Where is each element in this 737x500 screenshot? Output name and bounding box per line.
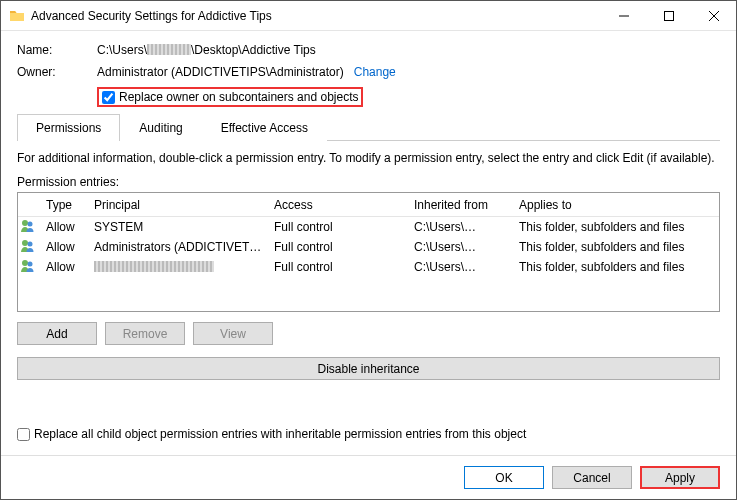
svg-point-5 [28, 221, 33, 226]
window-title: Advanced Security Settings for Addictive… [31, 9, 601, 23]
replace-all-checkbox[interactable] [17, 428, 30, 441]
apply-button[interactable]: Apply [640, 466, 720, 489]
view-button[interactable]: View [193, 322, 273, 345]
minimize-button[interactable] [601, 1, 646, 30]
ok-button[interactable]: OK [464, 466, 544, 489]
permission-entries-list[interactable]: Type Principal Access Inherited from App… [17, 192, 720, 312]
name-label: Name: [17, 43, 97, 57]
cancel-button[interactable]: Cancel [552, 466, 632, 489]
svg-point-4 [22, 220, 28, 226]
redacted-text [94, 261, 214, 272]
name-value: C:\Users\\Desktop\Addictive Tips [97, 43, 316, 57]
tabs: Permissions Auditing Effective Access [17, 113, 720, 141]
owner-row: Owner: Administrator (ADDICTIVETIPS\Admi… [17, 65, 720, 79]
info-text: For additional information, double-click… [17, 151, 720, 165]
replace-all-label: Replace all child object permission entr… [34, 427, 526, 441]
replace-owner-highlight: Replace owner on subcontainers and objec… [97, 87, 363, 107]
remove-button[interactable]: Remove [105, 322, 185, 345]
dialog-footer: OK Cancel Apply [1, 455, 736, 499]
content-area: Name: C:\Users\\Desktop\Addictive Tips O… [1, 31, 736, 455]
tab-permissions[interactable]: Permissions [17, 114, 120, 141]
owner-value: Administrator (ADDICTIVETIPS\Administrat… [97, 65, 396, 79]
col-principal[interactable]: Principal [88, 195, 268, 215]
table-row[interactable]: AllowAdministrators (ADDICTIVETIP...Full… [18, 237, 719, 257]
tab-auditing[interactable]: Auditing [120, 114, 201, 141]
col-applies[interactable]: Applies to [513, 195, 719, 215]
redacted-text [464, 241, 508, 252]
entries-header: Type Principal Access Inherited from App… [18, 193, 719, 217]
replace-owner-label: Replace owner on subcontainers and objec… [119, 90, 358, 104]
disable-inheritance-button[interactable]: Disable inheritance [17, 357, 720, 380]
redacted-text [464, 261, 508, 272]
redacted-text [464, 221, 508, 232]
redacted-text [147, 44, 191, 55]
replace-owner-row: Replace owner on subcontainers and objec… [97, 87, 720, 107]
col-access[interactable]: Access [268, 195, 408, 215]
replace-all-row: Replace all child object permission entr… [17, 427, 720, 441]
svg-point-6 [22, 240, 28, 246]
close-button[interactable] [691, 1, 736, 30]
col-inherited[interactable]: Inherited from [408, 195, 513, 215]
svg-point-8 [22, 260, 28, 266]
entry-actions: Add Remove View [17, 322, 720, 345]
permission-entries-label: Permission entries: [17, 175, 720, 189]
owner-label: Owner: [17, 65, 97, 79]
tab-effective-access[interactable]: Effective Access [202, 114, 327, 141]
table-row[interactable]: AllowFull controlC:\Users\This folder, s… [18, 257, 719, 277]
name-row: Name: C:\Users\\Desktop\Addictive Tips [17, 43, 720, 57]
advanced-security-window: Advanced Security Settings for Addictive… [0, 0, 737, 500]
table-row[interactable]: AllowSYSTEMFull controlC:\Users\This fol… [18, 217, 719, 237]
users-icon [20, 263, 36, 277]
titlebar: Advanced Security Settings for Addictive… [1, 1, 736, 31]
replace-owner-checkbox[interactable] [102, 91, 115, 104]
col-type[interactable]: Type [40, 195, 88, 215]
maximize-button[interactable] [646, 1, 691, 30]
folder-icon [9, 8, 25, 24]
svg-point-7 [28, 241, 33, 246]
change-owner-link[interactable]: Change [354, 65, 396, 79]
svg-rect-1 [664, 11, 673, 20]
svg-point-9 [28, 261, 33, 266]
add-button[interactable]: Add [17, 322, 97, 345]
